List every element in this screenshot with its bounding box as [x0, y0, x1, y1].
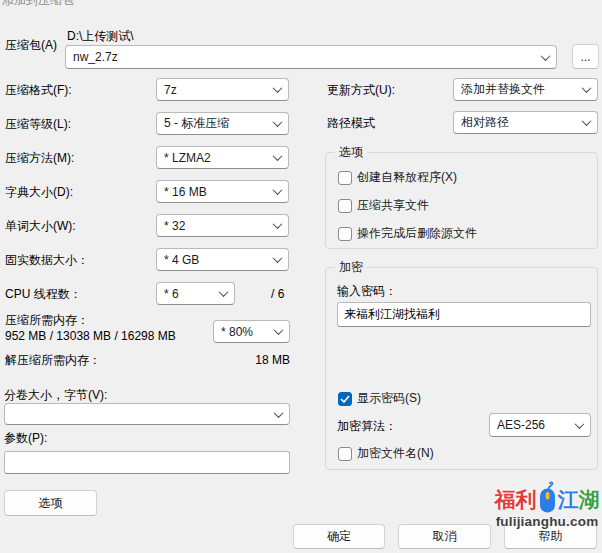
shared-files-checkbox-label: 压缩共享文件 [357, 197, 429, 214]
mouse-icon [538, 481, 557, 517]
cpu-threads-max: / 6 [271, 287, 284, 301]
format-select[interactable]: 7z [156, 78, 289, 101]
watermark-char: 利 [516, 489, 537, 511]
path-mode-select[interactable]: 相对路径 [453, 111, 598, 134]
parameters-label: 参数(P): [4, 431, 47, 445]
chevron-down-icon [274, 408, 284, 418]
watermark-char: 福 [495, 489, 516, 511]
update-mode-select[interactable]: 添加并替换文件 [453, 78, 598, 101]
level-select[interactable]: 5 - 标准压缩 [156, 112, 289, 135]
cancel-button[interactable]: 取消 [398, 524, 491, 549]
show-password-checkbox[interactable] [338, 392, 352, 406]
path-mode-label: 路径模式 [327, 116, 375, 130]
decompress-memory-label: 解压缩所需内存： [5, 353, 101, 367]
chevron-down-icon [541, 51, 551, 61]
encrypt-names-checkbox-label: 加密文件名(N) [357, 445, 434, 462]
encryption-method-select[interactable]: AES-256 [489, 413, 591, 437]
archive-name-combobox[interactable]: nw_2.7z [65, 45, 557, 69]
chevron-down-icon [273, 83, 283, 93]
add-to-archive-dialog: { "accent": "#0067c0", "window": { "titl… [0, 0, 602, 553]
chevron-down-icon [582, 83, 592, 93]
chevron-down-icon [582, 116, 592, 126]
show-password-checkbox-label: 显示密码(S) [357, 390, 421, 407]
chevron-down-icon [273, 151, 283, 161]
sfx-checkbox-label: 创建自释放程序(X) [357, 169, 457, 186]
update-mode-label: 更新方式(U): [327, 83, 395, 97]
dictionary-select[interactable]: * 16 MB [156, 180, 289, 203]
watermark-char: 江 [558, 489, 579, 511]
solid-block-label: 固实数据大小： [5, 253, 89, 267]
compress-memory-label: 压缩所需内存： [5, 313, 89, 327]
sfx-checkbox[interactable] [338, 171, 352, 185]
password-input[interactable] [337, 302, 591, 327]
word-size-label: 单词大小(W): [5, 219, 76, 233]
delete-after-checkbox[interactable] [338, 227, 352, 241]
delete-after-checkbox-label: 操作完成后删除源文件 [357, 225, 477, 242]
chevron-down-icon [219, 287, 229, 297]
archive-label: 压缩包(A) [5, 38, 57, 52]
solid-block-select[interactable]: * 4 GB [156, 248, 289, 271]
word-size-select[interactable]: * 32 [156, 214, 289, 237]
watermark-logo: 福利 江湖 fulijianghu.com [491, 483, 602, 529]
archive-dir-path: D:\上传测试\ [67, 29, 134, 43]
format-label: 压缩格式(F): [5, 83, 72, 97]
level-label: 压缩等级(L): [5, 117, 71, 131]
options-button[interactable]: 选项 [4, 490, 97, 516]
chevron-down-icon [273, 117, 283, 127]
show-password-checkbox-row[interactable]: 显示密码(S) [338, 390, 421, 407]
decompress-memory-value: 18 MB [213, 353, 290, 367]
browse-button[interactable]: ... [572, 44, 599, 69]
chevron-down-icon [273, 219, 283, 229]
chevron-down-icon [273, 253, 283, 263]
ok-button[interactable]: 确定 [293, 524, 385, 549]
dictionary-label: 字典大小(D): [5, 185, 73, 199]
options-group-title: 选项 [335, 145, 367, 160]
shared-files-checkbox-row[interactable]: 压缩共享文件 [338, 197, 429, 214]
window-title: 添加到压缩包 [2, 0, 74, 7]
chevron-down-icon [273, 185, 283, 195]
password-label: 输入密码： [337, 284, 397, 298]
sfx-checkbox-row[interactable]: 创建自释放程序(X) [338, 169, 457, 186]
parameters-input[interactable] [4, 451, 290, 474]
encrypt-names-checkbox[interactable] [338, 447, 352, 461]
delete-after-checkbox-row[interactable]: 操作完成后删除源文件 [338, 225, 477, 242]
encryption-group-title: 加密 [335, 260, 367, 275]
cpu-threads-label: CPU 线程数： [5, 287, 82, 301]
method-select[interactable]: * LZMA2 [156, 146, 289, 169]
chevron-down-icon [575, 419, 585, 429]
cpu-threads-select[interactable]: * 6 [156, 282, 235, 305]
method-label: 压缩方法(M): [5, 151, 74, 165]
volume-size-label: 分卷大小，字节(V): [4, 388, 107, 402]
watermark-brand-row: 福利 江湖 [491, 483, 602, 517]
memory-percent-select[interactable]: * 80% [213, 320, 290, 343]
compress-memory-values: 952 MB / 13038 MB / 16298 MB [5, 329, 176, 343]
volume-size-combobox[interactable] [4, 403, 290, 425]
chevron-down-icon [274, 325, 284, 335]
archive-name-value: nw_2.7z [73, 50, 536, 64]
shared-files-checkbox[interactable] [338, 199, 352, 213]
watermark-char: 湖 [579, 489, 600, 511]
encrypt-names-checkbox-row[interactable]: 加密文件名(N) [338, 445, 434, 462]
encryption-method-label: 加密算法： [337, 419, 397, 433]
